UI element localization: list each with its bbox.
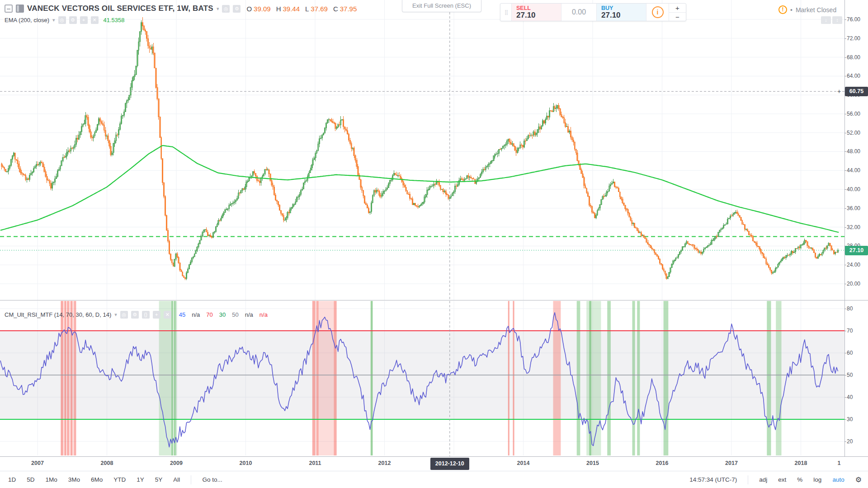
price-axis[interactable]: 76.0072.0068.0064.0060.0056.0052.0048.00… [844,0,868,456]
add-indicator-icon[interactable]: + [153,311,160,319]
collapse-pane-icon[interactable] [5,5,13,13]
price-tick-label: 76.00 [847,16,860,23]
drag-handle[interactable]: ⣿ [500,4,511,21]
time-tick-label: 2018 [788,460,815,466]
rsi-tick-label: 30 [847,416,853,422]
warning-icon[interactable]: ! [778,5,787,14]
crosshair-date-badge: 2012-12-10 [430,458,469,470]
high-value: 39.44 [283,5,300,13]
order-widget: ⣿ SELL 27.10 0.00 BUY 27.10 i + − [500,3,686,21]
time-tick-label: 2016 [649,460,676,466]
price-tick-label: 56.00 [847,111,860,117]
range-button-5d[interactable]: 5D [27,476,34,483]
maximize-pane-icon[interactable] [16,5,24,13]
auto-scale-toggle[interactable]: auto [832,476,844,483]
price-tick-label: 20.00 [847,281,860,287]
goto-button[interactable]: Go to... [202,476,222,483]
ext-toggle[interactable]: ext [778,476,786,483]
sell-price: 27.10 [516,11,557,19]
price-tick-label: 24.00 [847,262,860,268]
series-settings-gear-icon[interactable]: ⚙ [233,5,241,13]
quantity-decrease-button[interactable]: − [669,13,686,21]
rsi-tick-label: 40 [847,394,853,400]
buy-price: 27.10 [601,11,642,19]
range-button-3mo[interactable]: 3Mo [68,476,80,483]
remove-indicator-icon[interactable]: ✕ [164,311,171,319]
range-button-6mo[interactable]: 6Mo [91,476,103,483]
ema-legend: EMA (200, close) ▾ ◎ ⚙ + ✕ 41.5358 [5,16,125,24]
market-status: ! • Market Closed [778,5,836,14]
chevron-down-icon[interactable]: ▾ [217,6,219,12]
time-axis[interactable]: 2007200820092010201120122013201420152016… [0,456,868,471]
rsi-tick-label: 20 [847,438,853,445]
scale-down-icon[interactable]: ↓ [821,16,831,24]
sell-button[interactable]: SELL 27.10 [511,4,561,21]
add-alert-plus-icon[interactable]: + [836,88,842,95]
range-button-5y[interactable]: 5Y [155,476,163,483]
bottom-toolbar: 1D5D1Mo3Mo6MoYTD1Y5YAll Go to... 14:57:3… [0,471,868,488]
log-scale-toggle[interactable]: log [813,476,821,483]
rsi-tick-label: 80 [847,305,853,312]
price-tick-label: 32.00 [847,224,860,230]
price-chart-canvas[interactable] [0,0,844,456]
chevron-down-icon[interactable]: ▾ [114,312,117,318]
quantity-increase-button[interactable]: + [669,4,686,13]
time-tick-label: 2012 [371,460,398,466]
buy-button[interactable]: BUY 27.10 [596,4,646,21]
rsi-indicator-label[interactable]: CM_Ult_RSI_MTF (14, 70, 30, 60, D, 14) [5,311,111,318]
rsi-legend: CM_Ult_RSI_MTF (14, 70, 30, 60, D, 14) ▾… [5,311,268,319]
chevron-down-icon[interactable]: ▾ [52,17,55,23]
adj-toggle[interactable]: adj [759,476,767,483]
price-tick-label: 40.00 [847,186,860,192]
hide-indicator-icon[interactable]: ◎ [58,16,66,24]
info-icon: i [652,6,664,18]
hide-indicator-icon[interactable]: ◎ [120,311,128,319]
percent-scale-toggle[interactable]: % [797,476,802,483]
ema-label[interactable]: EMA (200, close) [5,17,49,23]
tradingview-chart-app: 76.0072.0068.0064.0060.0056.0052.0048.00… [0,0,868,488]
clock-label[interactable]: 14:57:34 (UTC-7) [689,476,737,483]
price-tick-label: 36.00 [847,205,860,211]
remove-indicator-icon[interactable]: ✕ [91,16,99,24]
rsi-tick-label: 50 [847,372,853,378]
hide-series-icon[interactable]: ◎ [222,5,230,13]
time-tick-label: 2009 [163,460,190,466]
time-tick-label: 2010 [232,460,259,466]
time-tick-label: 2007 [24,460,51,466]
toolbar-divider [191,475,191,484]
order-info-button[interactable]: i [646,4,669,21]
price-tick-label: 72.00 [847,35,860,42]
current-price-badge: 27.10 [845,246,868,255]
symbol-title[interactable]: VANECK VECTORS OIL SERVICES ETF, 1W, BAT… [27,4,213,13]
scale-updown-icon[interactable]: ↕ [832,16,842,24]
rsi-tick-label: 60 [847,350,853,356]
indicator-settings-gear-icon[interactable]: ⚙ [69,16,77,24]
scale-buttons: ↓ ↕ [821,16,842,24]
open-value: 39.09 [254,5,271,13]
ohlc-values: O39.09 H39.44 L37.69 C37.95 [246,5,357,13]
ema-value: 41.5358 [104,17,125,23]
time-tick-label: 2017 [718,460,745,466]
rsi-values: 45 n/a 70 30 50 n/a n/a [179,311,268,318]
low-value: 37.69 [311,5,328,13]
time-tick-label: 2015 [579,460,606,466]
pane-separator[interactable] [0,300,868,300]
exit-fullscreen-tooltip: Exit Full Screen (ESC) [402,0,481,12]
close-value: 37.95 [340,5,357,13]
indicator-settings-gear-icon[interactable]: ⚙ [131,311,139,319]
ema-line [0,145,839,232]
range-button-1y[interactable]: 1Y [137,476,144,483]
range-button-1mo[interactable]: 1Mo [46,476,57,483]
price-tick-label: 48.00 [847,148,860,155]
range-button-ytd[interactable]: YTD [113,476,126,483]
source-code-icon[interactable]: {} [142,311,150,319]
range-button-1d[interactable]: 1D [8,476,16,483]
chart-settings-gear-icon[interactable]: ⚙ [855,475,862,484]
toolbar-divider [748,475,748,484]
add-indicator-icon[interactable]: + [80,16,88,24]
price-tick-label: 52.00 [847,130,860,136]
status-dot: • [790,6,793,14]
time-tick-label: 2011 [302,460,329,466]
range-button-all[interactable]: All [173,476,180,483]
price-tick-label: 68.00 [847,54,860,61]
